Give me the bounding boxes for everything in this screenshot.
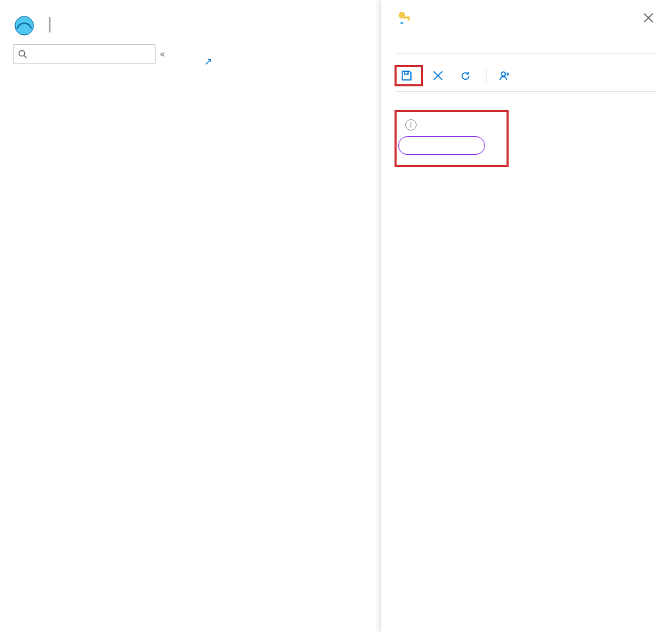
key-icon	[397, 10, 412, 26]
learn-more-link[interactable]: ↗	[204, 56, 213, 67]
svg-rect-9	[404, 71, 408, 74]
svg-point-2	[19, 51, 25, 56]
identity-blade: i	[381, 0, 672, 632]
search-icon	[18, 49, 28, 59]
blade-command-bar	[397, 67, 656, 92]
frontdoor-icon	[13, 14, 36, 37]
feedback-button[interactable]	[499, 70, 514, 81]
refresh-button[interactable]	[459, 70, 475, 81]
identity-tabs	[397, 41, 656, 54]
title-divider: |	[47, 14, 52, 32]
status-block: i	[397, 112, 506, 165]
save-button[interactable]	[397, 67, 421, 84]
discard-button[interactable]	[432, 70, 448, 81]
collapse-sidebar-icon[interactable]: «	[160, 49, 165, 59]
page-title: |	[43, 14, 56, 32]
refresh-icon	[459, 70, 471, 81]
person-icon	[499, 70, 510, 81]
svg-point-12	[501, 71, 505, 76]
sidebar-search[interactable]	[13, 44, 156, 64]
x-icon	[432, 70, 444, 81]
save-icon	[401, 70, 412, 81]
external-link-icon: ↗	[204, 56, 213, 67]
close-icon[interactable]	[641, 10, 656, 26]
status-toggle[interactable]	[398, 136, 485, 155]
search-input[interactable]	[31, 49, 153, 61]
svg-rect-6	[408, 16, 410, 21]
sidebar: «	[0, 44, 188, 632]
svg-line-3	[24, 56, 27, 58]
info-icon[interactable]: i	[405, 119, 417, 131]
